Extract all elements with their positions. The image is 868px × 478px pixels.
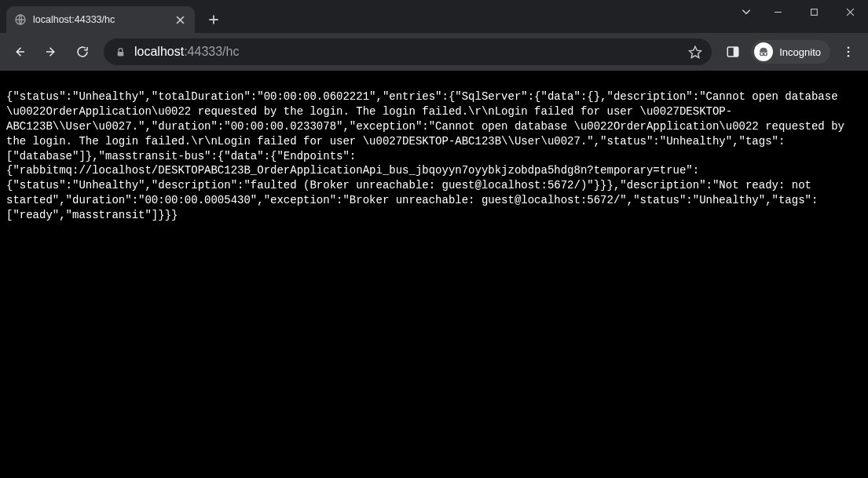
url-host: localhost xyxy=(134,45,184,58)
svg-point-5 xyxy=(760,53,764,56)
svg-point-7 xyxy=(848,46,850,49)
window-maximize-icon[interactable] xyxy=(796,0,832,24)
toolbar: localhost:44333/hc Incognito xyxy=(0,33,868,71)
globe-icon xyxy=(14,13,27,26)
svg-point-9 xyxy=(848,55,850,57)
page-viewport[interactable]: {"status":"Unhealthy","totalDuration":"0… xyxy=(0,71,868,478)
close-icon[interactable] xyxy=(173,13,187,27)
incognito-indicator[interactable]: Incognito xyxy=(751,40,830,64)
new-tab-button[interactable] xyxy=(203,9,225,31)
lock-icon[interactable] xyxy=(115,46,126,58)
svg-point-8 xyxy=(848,51,850,53)
side-panel-button[interactable] xyxy=(720,38,746,65)
reload-button[interactable] xyxy=(69,38,96,65)
window-minimize-icon[interactable] xyxy=(760,0,796,24)
svg-rect-4 xyxy=(734,47,738,57)
incognito-icon xyxy=(754,42,773,61)
svg-point-6 xyxy=(764,53,767,56)
incognito-label: Incognito xyxy=(779,46,821,58)
browser-tab[interactable]: localhost:44333/hc xyxy=(6,6,195,33)
forward-button[interactable] xyxy=(38,38,64,65)
svg-rect-2 xyxy=(118,51,124,56)
tab-title: localhost:44333/hc xyxy=(33,14,167,25)
svg-rect-1 xyxy=(811,9,817,15)
response-body: {"status":"Unhealthy","totalDuration":"0… xyxy=(0,82,868,231)
url-text: localhost:44333/hc xyxy=(134,45,676,59)
address-bar[interactable]: localhost:44333/hc xyxy=(104,38,712,65)
title-bar: localhost:44333/hc xyxy=(0,0,868,33)
url-path: :44333/hc xyxy=(184,45,239,58)
back-button[interactable] xyxy=(6,38,33,65)
menu-button[interactable] xyxy=(835,38,862,65)
window-controls xyxy=(733,0,868,27)
bookmark-button[interactable] xyxy=(683,45,707,59)
chevron-down-icon[interactable] xyxy=(733,0,760,24)
window-close-icon[interactable] xyxy=(832,0,868,24)
